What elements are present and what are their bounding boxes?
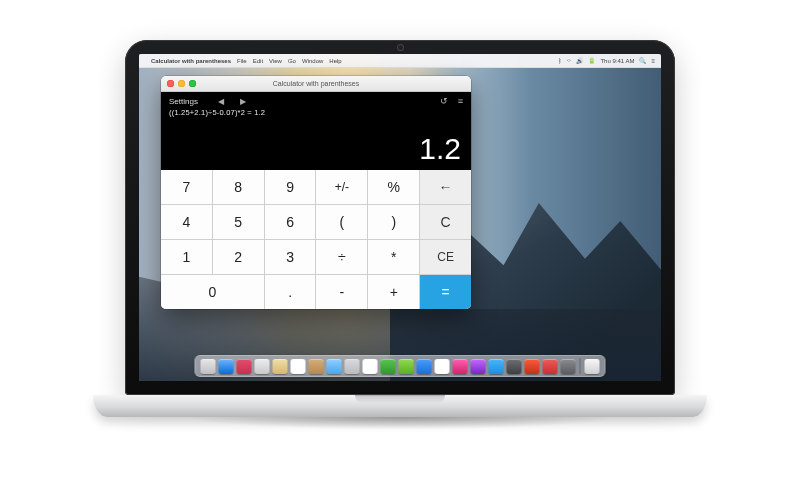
key-sign[interactable]: +/-	[316, 170, 367, 204]
menubar-right: ᛒ ⌔ 🔊 🔋 Thu 9:41 AM 🔍 ≡	[558, 57, 655, 64]
dock-app-icon[interactable]	[435, 359, 450, 374]
macbook-mockup: Calculator with parentheses File Edit Vi…	[125, 40, 675, 435]
dock-app-icon[interactable]	[507, 359, 522, 374]
key-rparen[interactable]: )	[368, 205, 419, 239]
dock-app-icon[interactable]	[309, 359, 324, 374]
zoom-button[interactable]	[189, 80, 196, 87]
key-4[interactable]: 4	[161, 205, 212, 239]
notification-center-icon[interactable]: ≡	[651, 58, 655, 64]
laptop-shadow	[93, 417, 707, 435]
dock-app-icon[interactable]	[327, 359, 342, 374]
menu-edit[interactable]: Edit	[253, 58, 263, 64]
traffic-lights	[167, 80, 196, 87]
bluetooth-icon[interactable]: ᛒ	[558, 58, 562, 64]
key-8[interactable]: 8	[213, 170, 264, 204]
calculator-keypad: 7 8 9 +/- % ← 4 5 6 ( ) C 1 2 3	[161, 170, 471, 309]
close-button[interactable]	[167, 80, 174, 87]
dock-app-icon[interactable]	[561, 359, 576, 374]
calculator-window[interactable]: Calculator with parentheses Settings ◀ ▶…	[161, 76, 471, 309]
history-prev-icon[interactable]: ◀	[218, 97, 224, 106]
dock-app-icon[interactable]	[399, 359, 414, 374]
calculator-display: Settings ◀ ▶ ↺ ≡ ((1.25+2.1)÷5-0.07)*2 =…	[161, 92, 471, 170]
result-value: 1.2	[419, 132, 461, 166]
expression-text: ((1.25+2.1)÷5-0.07)*2 = 1.2	[169, 108, 463, 117]
window-title: Calculator with parentheses	[161, 80, 471, 87]
settings-button[interactable]: Settings	[169, 97, 198, 106]
dock-separator	[580, 358, 581, 374]
menu-window[interactable]: Window	[302, 58, 323, 64]
key-6[interactable]: 6	[265, 205, 316, 239]
key-multiply[interactable]: *	[368, 240, 419, 274]
window-titlebar[interactable]: Calculator with parentheses	[161, 76, 471, 92]
dock-app-icon[interactable]	[345, 359, 360, 374]
key-2[interactable]: 2	[213, 240, 264, 274]
dock-app-icon[interactable]	[201, 359, 216, 374]
dock-app-icon[interactable]	[237, 359, 252, 374]
desktop-screen: Calculator with parentheses File Edit Vi…	[139, 54, 661, 381]
key-1[interactable]: 1	[161, 240, 212, 274]
key-lparen[interactable]: (	[316, 205, 367, 239]
spotlight-icon[interactable]: 🔍	[639, 57, 646, 64]
dock-app-icon[interactable]	[543, 359, 558, 374]
laptop-base	[93, 395, 707, 417]
history-next-icon[interactable]: ▶	[240, 97, 246, 106]
minimize-button[interactable]	[178, 80, 185, 87]
menubar-app-name[interactable]: Calculator with parentheses	[151, 58, 231, 64]
key-divide[interactable]: ÷	[316, 240, 367, 274]
key-clear-entry[interactable]: CE	[420, 240, 471, 274]
key-plus[interactable]: +	[368, 275, 419, 309]
menubar-clock[interactable]: Thu 9:41 AM	[600, 58, 634, 64]
laptop-lid: Calculator with parentheses File Edit Vi…	[125, 40, 675, 395]
macos-dock[interactable]	[195, 355, 606, 377]
dock-app-icon[interactable]	[363, 359, 378, 374]
volume-icon[interactable]: 🔊	[576, 57, 583, 64]
dock-app-icon[interactable]	[453, 359, 468, 374]
undo-icon[interactable]: ↺	[440, 96, 448, 106]
key-backspace[interactable]: ←	[420, 170, 471, 204]
menu-file[interactable]: File	[237, 58, 247, 64]
key-7[interactable]: 7	[161, 170, 212, 204]
wifi-icon[interactable]: ⌔	[567, 58, 571, 64]
key-5[interactable]: 5	[213, 205, 264, 239]
menu-go[interactable]: Go	[288, 58, 296, 64]
dock-app-icon[interactable]	[381, 359, 396, 374]
trash-icon[interactable]	[585, 359, 600, 374]
key-decimal[interactable]: .	[265, 275, 316, 309]
menu-view[interactable]: View	[269, 58, 282, 64]
dock-app-icon[interactable]	[525, 359, 540, 374]
history-list-icon[interactable]: ≡	[458, 96, 463, 106]
dock-app-icon[interactable]	[489, 359, 504, 374]
key-3[interactable]: 3	[265, 240, 316, 274]
macos-menubar: Calculator with parentheses File Edit Vi…	[139, 54, 661, 68]
dock-app-icon[interactable]	[417, 359, 432, 374]
dock-app-icon[interactable]	[291, 359, 306, 374]
key-minus[interactable]: -	[316, 275, 367, 309]
laptop-notch	[355, 395, 445, 403]
key-0[interactable]: 0	[161, 275, 264, 309]
key-percent[interactable]: %	[368, 170, 419, 204]
key-clear[interactable]: C	[420, 205, 471, 239]
dock-app-icon[interactable]	[219, 359, 234, 374]
dock-app-icon[interactable]	[273, 359, 288, 374]
menu-help[interactable]: Help	[329, 58, 341, 64]
battery-icon[interactable]: 🔋	[588, 57, 595, 64]
camera-dot	[398, 45, 403, 50]
dock-app-icon[interactable]	[471, 359, 486, 374]
key-equals[interactable]: =	[420, 275, 471, 309]
key-9[interactable]: 9	[265, 170, 316, 204]
dock-app-icon[interactable]	[255, 359, 270, 374]
